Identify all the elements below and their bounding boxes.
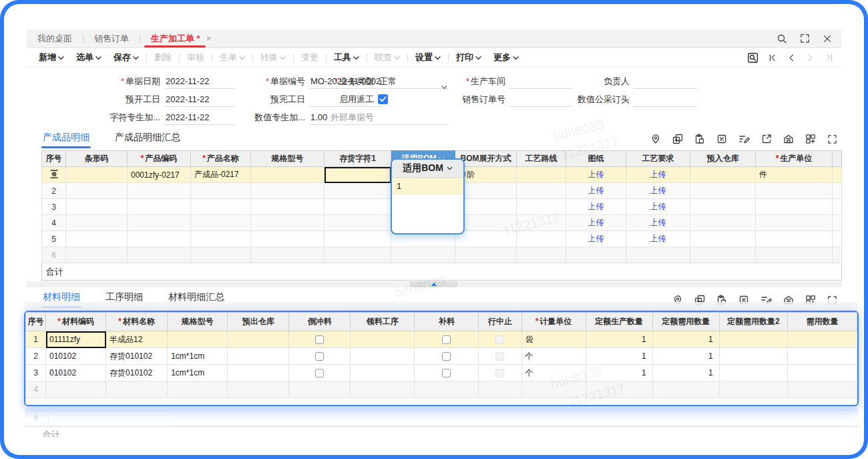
cell[interactable]: 上传 [626,183,690,199]
fullscreen-icon[interactable] [800,33,810,43]
cell[interactable] [833,199,842,215]
browse-icon[interactable] [747,52,758,63]
cell[interactable]: 上传 [566,167,626,183]
checkbox[interactable] [442,335,451,344]
cell[interactable] [756,247,833,263]
toolbar-13-button[interactable]: 更多 [493,51,519,63]
cell[interactable] [66,231,128,247]
cell[interactable] [517,231,566,247]
tab-close-icon[interactable]: × [206,33,212,43]
cell[interactable] [479,365,521,381]
upload-link[interactable]: 上传 [588,170,604,179]
cell[interactable] [66,199,128,215]
cell[interactable]: 1 [652,365,719,381]
batch-delete-icon[interactable] [716,134,727,144]
cell[interactable] [251,167,324,183]
upload-link[interactable]: 上传 [588,202,604,211]
field-input-5[interactable] [634,74,697,89]
cell[interactable] [128,183,191,199]
cell[interactable] [690,167,756,183]
maximize-icon[interactable] [827,134,837,144]
cell[interactable] [455,247,517,263]
custom-columns-icon[interactable] [805,134,816,144]
cell[interactable] [191,231,251,247]
cell[interactable]: 上传 [626,215,690,231]
cell[interactable] [586,381,652,398]
upload-link[interactable]: 上传 [588,234,604,243]
cell[interactable] [289,331,351,348]
cell[interactable] [455,231,517,247]
cell[interactable] [251,183,324,199]
cell[interactable] [521,381,586,398]
cell[interactable] [324,199,391,215]
cell[interactable] [719,365,787,381]
enable-dispatch-checkbox[interactable] [378,94,388,104]
cell[interactable] [289,365,351,381]
cell[interactable] [351,331,415,348]
bom-dropdown-header[interactable]: 适用BOM [392,160,463,178]
cell[interactable] [251,247,324,263]
cell[interactable]: 件 [756,167,833,183]
cell[interactable] [479,331,521,348]
warehouse-icon[interactable] [783,134,794,144]
insert-rows-icon[interactable] [672,134,683,144]
checkbox[interactable] [442,352,451,361]
tab-2[interactable]: 销售订单 [83,29,140,47]
upload-link[interactable]: 上传 [650,170,666,179]
batch-edit-icon[interactable] [738,134,750,144]
cell[interactable]: 1cm*1cm [168,365,228,381]
toolbar-3-button[interactable]: 保存 [114,51,139,63]
cell[interactable] [517,167,566,183]
cell[interactable] [228,331,289,348]
cell[interactable] [46,381,106,398]
finished-tab-2[interactable]: 产成品明细汇总 [115,132,180,144]
cell[interactable] [690,231,756,247]
toolbar-9-button[interactable]: 工具 [334,51,359,63]
cell[interactable] [289,381,351,398]
cell[interactable] [517,215,566,231]
export-icon[interactable] [761,134,772,144]
cell[interactable]: 产成品-0217 [191,167,251,183]
cell[interactable]: 半成品12 [106,331,168,348]
cell[interactable] [128,247,191,263]
cell[interactable] [652,381,719,398]
cell[interactable] [415,365,479,381]
cell[interactable]: 个 [521,365,586,381]
cell[interactable] [833,183,842,199]
cell[interactable]: 1cm*1cm [168,348,228,365]
cell[interactable] [324,215,391,231]
cell[interactable] [351,365,415,381]
cell[interactable]: 1 [586,331,652,348]
cell[interactable] [128,231,191,247]
checkbox[interactable] [315,352,324,361]
cell[interactable] [168,381,228,398]
tab-3[interactable]: 生产加工单 *× [140,29,222,47]
toolbar-2-button[interactable]: 选单 [76,51,101,63]
cell[interactable]: 上传 [566,231,626,247]
cell[interactable] [833,231,842,247]
checkbox[interactable] [315,335,324,344]
cell[interactable] [690,247,756,263]
cell[interactable] [191,199,251,215]
cell[interactable] [324,231,391,247]
cell[interactable] [787,331,857,348]
finished-tab-1[interactable]: 产成品明细 [43,132,89,144]
cell[interactable] [787,365,857,381]
cell[interactable] [415,381,479,398]
checkbox[interactable] [315,369,324,377]
cell[interactable] [719,381,787,398]
cell[interactable] [833,247,842,263]
toolbar-12-button[interactable]: 打印 [456,51,481,63]
cell[interactable] [106,381,168,398]
cell[interactable] [833,215,842,231]
cell[interactable]: 上传 [566,183,626,199]
cell[interactable] [479,348,521,365]
cell[interactable] [391,247,455,263]
cell[interactable]: 010102 [46,365,106,381]
cell[interactable] [351,381,415,398]
upload-link[interactable]: 上传 [650,234,666,243]
bom-dropdown-item[interactable]: 1 [392,178,463,194]
cell[interactable] [66,247,128,263]
cell[interactable] [191,215,251,231]
cell[interactable] [690,199,756,215]
